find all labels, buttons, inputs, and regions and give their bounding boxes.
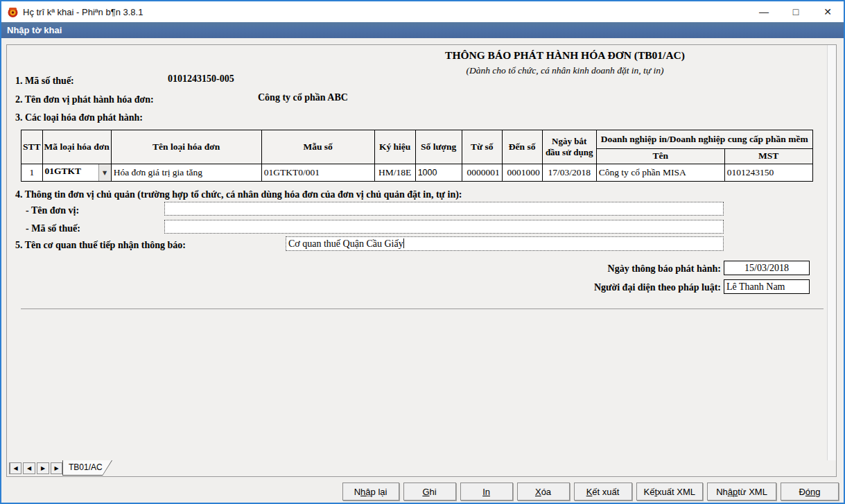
ten-don-vi-input[interactable] — [164, 202, 724, 216]
ma-so-thue-input[interactable] — [164, 220, 724, 234]
label-ngay-thong-bao: Ngày thông báo phát hành: — [492, 263, 721, 275]
vertical-scrollbar[interactable] — [827, 45, 836, 460]
invoice-row: 1 01GTKT ▼ Hóa đơn giá trị gia tăng 01GT… — [21, 164, 813, 182]
col-header-so-luong: Số lượng — [415, 130, 462, 164]
tab-nav-last-button[interactable]: ▶ — [51, 462, 63, 474]
nhap-tu-xml-button[interactable]: Nhập từ XML — [707, 483, 776, 501]
cell-ky-hieu[interactable]: HM/18E — [374, 164, 415, 182]
label-cac-loai-hoa-don: 3. Các loại hóa đơn phát hành: — [15, 112, 143, 123]
cell-mst[interactable]: 0101243150 — [724, 164, 812, 182]
col-header-doanh-nghiep: Doanh nghiệp in/Doanh nghiệp cung cấp ph… — [596, 130, 812, 149]
app-icon — [7, 6, 19, 18]
value-ten-don-vi-phat-hanh: Công ty cổ phần ABC — [258, 92, 348, 103]
label-ma-so-thue-chu-quan: - Mã số thuế: — [26, 223, 80, 234]
col-header-ngay-bat-dau: Ngày bắt đầu sử dụng — [542, 130, 596, 164]
xoa-button[interactable]: Xóa — [517, 483, 570, 501]
col-header-ten: Tên — [596, 148, 724, 164]
col-header-ma-loai: Mã loại hóa đơn — [42, 130, 111, 164]
chevron-down-icon[interactable]: ▼ — [98, 164, 111, 181]
dong-button[interactable]: Đóng — [781, 483, 839, 501]
ghi-button[interactable]: Ghi — [403, 483, 456, 501]
cell-den-so[interactable]: 0001000 — [502, 164, 542, 182]
maximize-icon[interactable]: □ — [780, 1, 812, 22]
cell-stt[interactable]: 1 — [21, 164, 43, 182]
action-button-row: Nhập lại Ghi In Xóa Kết xuất Kết xuất XM… — [342, 483, 839, 501]
col-header-ky-hieu: Ký hiệu — [374, 130, 415, 164]
col-header-den-so: Đến số — [502, 130, 542, 164]
value-ma-so-thue: 0101243150-005 — [168, 73, 234, 85]
app-window: Hç trî kª khai - Phiªn b¶n 3.8.1 — □ ✕ N… — [0, 0, 845, 504]
cell-tu-so[interactable]: 0000001 — [462, 164, 502, 182]
minimize-icon[interactable]: — — [748, 1, 780, 22]
label-ten-don-vi-phat-hanh: 2. Tên đơn vị phát hành hóa đơn: — [15, 94, 154, 105]
in-button[interactable]: In — [460, 483, 513, 501]
tab-nav-first-button[interactable]: ◀ — [9, 462, 21, 474]
ket-xuat-xml-button[interactable]: Kết xuất XML — [636, 483, 703, 501]
col-header-ten-loai: Tên loại hóa đơn — [111, 130, 261, 164]
label-ten-don-vi-chu-quan: - Tên đơn vị: — [26, 205, 79, 216]
col-header-stt: STT — [21, 130, 43, 164]
cell-ten-doanh-nghiep[interactable]: Công ty cổ phần MISA — [596, 164, 724, 182]
dropdown-value: 01GTKT — [43, 164, 98, 181]
sheet-tab-strip: ◀ ◀ ▶ ▶ TB01/AC — [7, 460, 826, 476]
nhap-lai-button[interactable]: Nhập lại — [342, 483, 399, 501]
col-header-mau-so: Mẫu số — [261, 130, 374, 164]
nguoi-dai-dien-input[interactable]: Lê Thanh Nam — [724, 279, 810, 294]
ngay-thong-bao-input[interactable]: 15/03/2018 — [724, 261, 810, 275]
form-panel: THÔNG BÁO PHÁT HÀNH HÓA ĐƠN (TB01/AC) (D… — [6, 44, 837, 477]
label-co-quan-thue: 5. Tên cơ quan thuế tiếp nhận thông báo: — [15, 240, 186, 251]
close-icon[interactable]: ✕ — [812, 1, 844, 22]
tab-tb01ac-label: TB01/AC — [63, 460, 112, 475]
form-subtitle: (Dành cho tổ chức, cá nhân kinh doanh đặ… — [298, 65, 832, 76]
text-caret — [403, 238, 404, 248]
tab-tb01ac[interactable]: TB01/AC — [62, 460, 112, 476]
title-bar: Hç trî kª khai - Phiªn b¶n 3.8.1 — □ ✕ — [1, 1, 844, 22]
label-ma-so-thue: 1. Mã số thuế: — [15, 76, 74, 87]
co-quan-thue-value: Cơ quan thuế Quận Cầu Giấy — [288, 238, 403, 249]
ket-xuat-button[interactable]: Kết xuất — [574, 483, 632, 501]
co-quan-thue-input[interactable]: Cơ quan thuế Quận Cầu Giấy — [286, 236, 724, 251]
cell-so-luong[interactable]: 1000 — [415, 164, 462, 182]
window-title: Hç trî kª khai - Phiªn b¶n 3.8.1 — [23, 7, 143, 17]
form-title: THÔNG BÁO PHÁT HÀNH HÓA ĐƠN (TB01/AC) — [298, 49, 832, 62]
col-header-tu-so: Từ số — [462, 130, 502, 164]
invoice-table: STT Mã loại hóa đơn Tên loại hóa đơn Mẫu… — [21, 130, 813, 182]
tab-nav-next-button[interactable]: ▶ — [37, 462, 49, 474]
cell-mau-so[interactable]: 01GTKT0/001 — [261, 164, 374, 182]
menu-nhap-to-khai[interactable]: Nhập tờ khai — [1, 22, 844, 38]
tab-nav-prev-button[interactable]: ◀ — [23, 462, 35, 474]
label-nguoi-dai-dien: Người đại diện theo pháp luật: — [492, 282, 721, 293]
cell-ma-loai-dropdown[interactable]: 01GTKT ▼ — [42, 164, 111, 182]
cell-ngay-bat-dau[interactable]: 17/03/2018 — [542, 164, 596, 182]
col-header-mst: MST — [724, 148, 812, 164]
horizontal-separator — [21, 309, 824, 309]
cell-ten-loai[interactable]: Hóa đơn giá trị gia tăng — [111, 164, 261, 182]
label-section4: 4. Thông tin đơn vị chủ quản (trường hợp… — [15, 189, 462, 200]
